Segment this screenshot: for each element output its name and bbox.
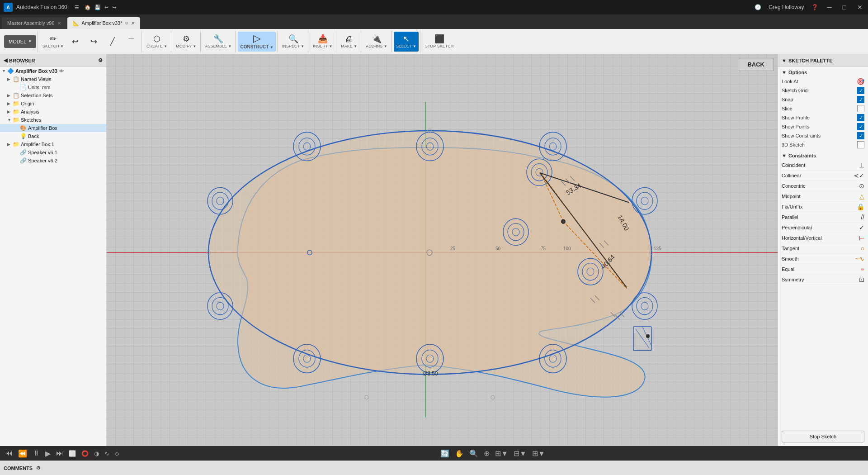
look-at-icon[interactable]: 🎯 bbox=[857, 78, 864, 85]
tangent-row[interactable]: Tangent ○ bbox=[782, 243, 864, 254]
collinear-row[interactable]: Collinear ≺✓ bbox=[782, 171, 864, 181]
undo-btn[interactable]: ↩ bbox=[66, 32, 85, 52]
modify-btn[interactable]: ⚙ MODIFY ▼ bbox=[174, 32, 198, 52]
view-arc-btn[interactable]: ◑ bbox=[92, 449, 101, 458]
root-eye-icon[interactable]: 👁 bbox=[59, 69, 64, 74]
file-menu[interactable]: ☰ bbox=[75, 5, 79, 10]
browser-expand-icon[interactable]: ◀ bbox=[4, 57, 7, 63]
inspect-btn[interactable]: 🔍 INSPECT ▼ bbox=[280, 32, 307, 52]
arc-btn[interactable]: ⌒ bbox=[122, 32, 140, 52]
svg-point-38 bbox=[512, 228, 519, 236]
canvas-area[interactable]: BACK bbox=[107, 54, 778, 446]
minimize-btn[interactable]: ─ bbox=[826, 4, 834, 11]
stop-sketch-btn[interactable]: Stop Sketch bbox=[782, 431, 864, 442]
browser-settings-icon[interactable]: ⚙ bbox=[98, 57, 103, 63]
addins-btn[interactable]: 🔌 ADD-INS ▼ bbox=[363, 32, 389, 52]
pause-btn[interactable]: ⏸ bbox=[31, 448, 42, 458]
tree-speaker-v62[interactable]: 🔗 Speaker v6.2 bbox=[0, 157, 106, 165]
play-end-btn[interactable]: ⏭ bbox=[54, 448, 65, 458]
symmetry-row[interactable]: Symmetry ⊡ bbox=[782, 275, 864, 285]
tree-root[interactable]: ▼ 🔷 Amplifier Box v33 👁 bbox=[0, 67, 106, 75]
tree-analysis[interactable]: ▶ 📁 Analysis bbox=[0, 108, 106, 116]
tab-amplifier-label: Amplifier Box v33* bbox=[82, 20, 123, 26]
midpoint-row[interactable]: Midpoint △ bbox=[782, 191, 864, 202]
undo-title-icon[interactable]: ↩ bbox=[104, 5, 108, 10]
view-curve-btn[interactable]: ∿ bbox=[103, 449, 111, 458]
3d-sketch-check[interactable] bbox=[857, 141, 864, 148]
help-icon[interactable]: ❓ bbox=[811, 4, 818, 10]
show-profile-check[interactable]: ✓ bbox=[857, 114, 864, 121]
sketch-grid-check[interactable]: ✓ bbox=[857, 87, 864, 94]
insert-btn[interactable]: 📥 INSERT ▼ bbox=[311, 32, 335, 52]
stop-sketch-toolbar-btn[interactable]: ⬛ STOP SKETCH bbox=[423, 32, 456, 52]
nav-view-menu[interactable]: ⊞▼ bbox=[493, 448, 510, 459]
svg-text:50: 50 bbox=[495, 246, 500, 251]
tab-amplifier-close[interactable]: ✕ bbox=[131, 21, 135, 26]
redo-title-icon[interactable]: ↪ bbox=[112, 5, 116, 10]
line-btn[interactable]: ╱ bbox=[104, 32, 122, 52]
coincident-row[interactable]: Coincident ⊥ bbox=[782, 160, 864, 171]
select-btn[interactable]: ↖ SELECT ▼ bbox=[394, 32, 419, 52]
tree-units[interactable]: 📄 Units: mm bbox=[0, 83, 106, 91]
play-start-btn[interactable]: ⏮ bbox=[4, 448, 14, 458]
make-btn[interactable]: 🖨 MAKE ▼ bbox=[339, 32, 359, 52]
smooth-row[interactable]: Smooth ~∿ bbox=[782, 254, 864, 264]
equal-row[interactable]: Equal = bbox=[782, 264, 864, 275]
tab-master-close[interactable]: ✕ bbox=[57, 21, 61, 26]
slice-check[interactable] bbox=[857, 105, 864, 112]
nav-orbit-btn[interactable]: 🔄 bbox=[439, 448, 451, 459]
play-btn[interactable]: ▶ bbox=[43, 448, 52, 459]
nav-pan-btn[interactable]: ✋ bbox=[453, 448, 466, 459]
grid-btn[interactable]: ⊞▼ bbox=[530, 448, 547, 459]
tree-amp-box-1[interactable]: ▶ 📁 Amplifier Box:1 bbox=[0, 140, 106, 148]
perpendicular-row[interactable]: Perpendicular ✓ bbox=[782, 223, 864, 233]
assemble-btn[interactable]: 🔧 ASSEMBLE ▼ bbox=[203, 32, 234, 52]
tree-selection-sets[interactable]: ▶ 📋 Selection Sets bbox=[0, 91, 106, 100]
snap-check[interactable]: ✓ bbox=[857, 96, 864, 103]
comments-expand-icon[interactable]: ⚙ bbox=[36, 465, 41, 471]
tree-amplifier-sketch[interactable]: 🎨 Amplifier Box bbox=[0, 124, 106, 132]
fix-unfix-icon: 🔒 bbox=[857, 203, 864, 210]
nav-zoom-btn[interactable]: 🔍 bbox=[467, 448, 480, 459]
select-icon: ↖ bbox=[403, 35, 410, 43]
svg-point-23 bbox=[641, 302, 648, 310]
view-circle-btn[interactable]: ⭕ bbox=[80, 449, 90, 458]
tab-amplifier[interactable]: 📐 Amplifier Box v33* ⚙ ✕ bbox=[67, 17, 141, 29]
fix-unfix-row[interactable]: Fix/UnFix 🔒 bbox=[782, 202, 864, 212]
create-btn[interactable]: ⬡ CREATE ▼ bbox=[144, 32, 170, 52]
show-constraints-check[interactable]: ✓ bbox=[857, 132, 864, 139]
model-btn[interactable]: MODEL ▼ bbox=[4, 35, 36, 48]
horizontal-vertical-row[interactable]: Horizontal/Vertical ⊢ bbox=[782, 233, 864, 243]
close-btn[interactable]: ✕ bbox=[855, 4, 864, 11]
concentric-row[interactable]: Concentric ⊙ bbox=[782, 181, 864, 191]
view-dim-btn[interactable]: ◇ bbox=[113, 449, 121, 458]
show-points-check[interactable]: ✓ bbox=[857, 123, 864, 130]
tree-back-sketch[interactable]: 💡 Back bbox=[0, 132, 106, 140]
constraints-header[interactable]: ▼ Constraints bbox=[782, 153, 864, 158]
sketch-create-btn[interactable]: ✏ SKETCH ▼ bbox=[40, 32, 66, 52]
selection-sets-icon: 📋 bbox=[13, 92, 19, 99]
options-header[interactable]: ▼ Options bbox=[782, 70, 864, 75]
tab-settings-icon[interactable]: ⚙ bbox=[125, 21, 128, 25]
home-icon[interactable]: 🏠 bbox=[85, 5, 91, 10]
view-box-btn[interactable]: ⬜ bbox=[67, 449, 78, 458]
back-button[interactable]: BACK bbox=[738, 58, 774, 71]
symmetry-icon: ⊡ bbox=[859, 276, 864, 283]
tree-sketches[interactable]: ▼ 📁 Sketches bbox=[0, 116, 106, 124]
svg-line-46 bbox=[540, 173, 629, 202]
tree-speaker-v61[interactable]: 🔗 Speaker v6.1 bbox=[0, 148, 106, 157]
palette-collapse-icon[interactable]: ▼ bbox=[782, 58, 787, 63]
construct-btn[interactable]: ▷ CONSTRUCT ▼ bbox=[238, 32, 275, 52]
tab-master[interactable]: Master Assembly v96 ✕ bbox=[2, 17, 66, 29]
parallel-row[interactable]: Parallel // bbox=[782, 212, 864, 223]
tree-origin[interactable]: ▶ 📁 Origin bbox=[0, 100, 106, 108]
maximize-btn[interactable]: □ bbox=[841, 4, 848, 11]
display-mode-btn[interactable]: ⊟▼ bbox=[512, 448, 528, 459]
play-back-btn[interactable]: ⏪ bbox=[16, 448, 29, 459]
save-icon[interactable]: 💾 bbox=[94, 5, 101, 10]
tree-named-views[interactable]: ▶ 📋 Named Views bbox=[0, 75, 106, 83]
nav-fit-btn[interactable]: ⊕ bbox=[482, 448, 491, 459]
addins-icon: 🔌 bbox=[372, 35, 382, 43]
look-at-row: Look At 🎯 bbox=[782, 77, 864, 86]
redo-btn[interactable]: ↪ bbox=[85, 32, 103, 52]
